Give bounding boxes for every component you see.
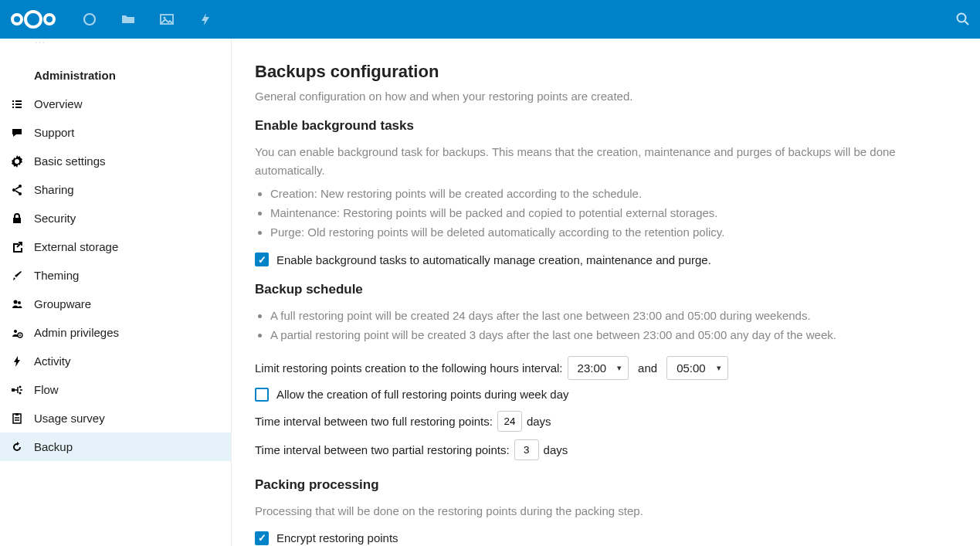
sidebar-item-label: Basic settings — [34, 154, 106, 168]
enable-bg-checkbox[interactable] — [255, 253, 269, 266]
svg-point-13 — [18, 301, 21, 304]
sidebar-item-flow[interactable]: Flow — [0, 375, 231, 404]
svg-point-3 — [84, 14, 95, 25]
bullet: A partial restoring point will be create… — [270, 326, 957, 345]
svg-rect-21 — [15, 413, 19, 415]
svg-point-9 — [12, 188, 15, 192]
partial-interval-input[interactable] — [514, 439, 539, 460]
sidebar-item-label: Admin privileges — [34, 326, 119, 339]
bullet: Creation: New restoring points will be c… — [270, 185, 957, 204]
sidebar-item-label: Activity — [34, 354, 71, 368]
encrypt-checkbox[interactable] — [255, 531, 269, 545]
header-right — [955, 12, 971, 27]
bullet: Purge: Old restoring points will be dele… — [270, 223, 957, 242]
enable-bg-label[interactable]: Enable background tasks to automatically… — [276, 253, 711, 266]
list-icon — [9, 98, 25, 110]
limit-hours-label: Limit restoring points creation to the f… — [255, 361, 563, 375]
group-icon — [9, 298, 25, 310]
sidebar-item-truncated[interactable]: … — [0, 39, 231, 53]
days-unit: days — [544, 443, 568, 456]
sidebar-item-activity[interactable]: Activity — [0, 347, 231, 375]
sidebar-item-overview[interactable]: Overview — [0, 90, 231, 118]
weekday-label[interactable]: Allow the creation of full restoring poi… — [276, 388, 569, 401]
svg-point-19 — [19, 392, 22, 394]
bullet: A full restoring point will be created 2… — [270, 307, 957, 326]
bg-tasks-heading: Enable background tasks — [255, 118, 957, 134]
bolt-icon — [9, 355, 25, 368]
nav-files-icon[interactable] — [120, 12, 136, 27]
app-logo[interactable] — [9, 7, 57, 32]
sidebar-section-header: Administration — [0, 53, 231, 90]
sidebar-item-security[interactable]: Security — [0, 204, 231, 232]
svg-rect-11 — [13, 218, 21, 223]
sidebar-item-label: Usage survey — [34, 412, 105, 425]
survey-icon — [9, 412, 25, 425]
sidebar-item-external-storage[interactable]: External storage — [0, 232, 231, 261]
gear-icon — [9, 155, 25, 168]
external-icon — [9, 241, 25, 253]
sidebar-item-groupware[interactable]: Groupware — [0, 290, 231, 318]
days-unit: days — [527, 415, 551, 428]
full-interval-label: Time interval between two full restoring… — [255, 415, 493, 428]
page-subtitle: General configuration on how and when yo… — [255, 90, 957, 103]
bg-tasks-bullets: Creation: New restoring points will be c… — [255, 185, 957, 242]
sidebar-item-admin-privileges[interactable]: Admin privileges — [0, 318, 231, 347]
and-label: and — [638, 361, 657, 375]
sidebar-item-usage-survey[interactable]: Usage survey — [0, 404, 231, 432]
encrypt-label[interactable]: Encrypt restoring points — [276, 531, 398, 544]
nav-photos-icon[interactable] — [159, 12, 175, 27]
sidebar-item-label: Groupware — [34, 297, 91, 310]
svg-point-1 — [25, 12, 41, 27]
sidebar-item-basic-settings[interactable]: Basic settings — [0, 147, 231, 175]
admin-gear-icon — [9, 327, 25, 339]
svg-point-16 — [19, 334, 21, 336]
page-title: Backups configuration — [255, 62, 957, 82]
brush-icon — [9, 270, 25, 282]
svg-rect-17 — [12, 388, 15, 392]
sidebar-item-label: Sharing — [34, 183, 74, 196]
sidebar-item-label: Theming — [34, 269, 79, 282]
schedule-heading: Backup schedule — [255, 282, 957, 297]
sidebar-item-label: Support — [34, 126, 75, 139]
sidebar-item-label: Security — [34, 212, 76, 225]
packing-heading: Packing processing — [255, 477, 957, 493]
chat-icon — [9, 127, 25, 139]
nav-activity-icon[interactable] — [198, 12, 213, 27]
svg-point-12 — [14, 300, 18, 304]
bullet: Maintenance: Restoring points will be pa… — [270, 204, 957, 223]
svg-point-14 — [14, 330, 17, 333]
header-nav — [82, 12, 213, 27]
flow-icon — [9, 384, 25, 396]
search-icon[interactable] — [955, 12, 971, 27]
sidebar-item-sharing[interactable]: Sharing — [0, 175, 231, 204]
sidebar-item-backup[interactable]: Backup — [0, 432, 231, 461]
lock-icon — [9, 212, 25, 225]
svg-point-18 — [19, 385, 22, 388]
hours-to-select[interactable]: 05:00 — [666, 356, 728, 380]
svg-point-0 — [12, 15, 22, 24]
app-header — [0, 0, 980, 39]
nav-dashboard-icon[interactable] — [82, 12, 97, 27]
sidebar-item-support[interactable]: Support — [0, 118, 231, 147]
weekday-checkbox[interactable] — [255, 388, 269, 402]
packing-desc: Processing that will be done on the rest… — [255, 502, 957, 521]
sidebar-item-label: Flow — [34, 383, 59, 396]
full-interval-input[interactable] — [497, 411, 522, 432]
settings-sidebar: … Administration Overview Support Basic … — [0, 39, 232, 546]
share-icon — [9, 184, 25, 196]
svg-line-7 — [965, 22, 969, 25]
hours-from-select[interactable]: 23:00 — [568, 356, 629, 380]
sidebar-item-theming[interactable]: Theming — [0, 261, 231, 290]
svg-point-6 — [958, 14, 966, 22]
main-content: Backups configuration General configurat… — [232, 39, 980, 546]
schedule-bullets: A full restoring point will be created 2… — [255, 307, 957, 345]
backup-icon — [9, 441, 25, 453]
sidebar-item-label: External storage — [34, 240, 118, 253]
bg-tasks-desc: You can enable background task for backu… — [255, 143, 957, 180]
partial-interval-label: Time interval between two partial restor… — [255, 443, 510, 456]
sidebar-item-label: Backup — [34, 440, 73, 453]
sidebar-item-label: Overview — [34, 97, 83, 110]
svg-point-2 — [45, 15, 54, 24]
